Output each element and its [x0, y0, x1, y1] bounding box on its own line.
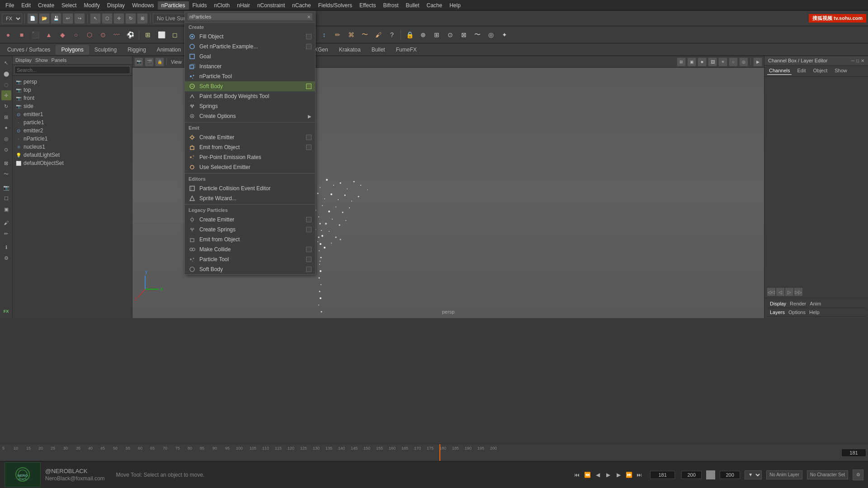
universal-manip-btn[interactable]: ✦ [1, 123, 11, 133]
torus-btn[interactable]: ○ [70, 28, 82, 41]
vp-xray-btn[interactable]: ◎ [739, 57, 748, 66]
scale-btn[interactable]: ⊞ [137, 13, 148, 24]
prism-btn[interactable]: ⬡ [83, 28, 96, 41]
scale-tool-btn[interactable]: ⊞ [1, 112, 11, 122]
open-file-btn[interactable]: 📂 [39, 13, 50, 24]
cb-tab-edit[interactable]: Edit [795, 67, 807, 75]
no-anim-layer[interactable]: No Anim Layer [766, 470, 802, 479]
wireframe-btn[interactable]: ▣ [1, 204, 11, 214]
paint-btn[interactable]: 🖌 [372, 28, 385, 41]
tree-item-top[interactable]: 📷 top [13, 86, 132, 94]
snap-to-grid-btn[interactable]: ⊠ [1, 158, 11, 168]
manip-btn[interactable]: ✦ [498, 28, 511, 41]
cb-nav-forward-btn[interactable]: ▷ [785, 288, 793, 296]
menu-nparticle-tool[interactable]: nParticle Tool [185, 71, 315, 81]
menu-help[interactable]: Help [446, 1, 464, 9]
settings-lt-btn[interactable]: ⚙ [1, 253, 11, 263]
menu-effects[interactable]: Effects [356, 1, 379, 9]
vp-view-label[interactable]: View [169, 59, 184, 65]
pb-next-frame-btn[interactable]: ▶ [614, 470, 623, 479]
particle-tool-checkbox[interactable] [306, 257, 311, 262]
xray-btn[interactable]: ☐ [1, 193, 11, 203]
cb-nav-right-btn[interactable]: ▷▷ [794, 288, 802, 296]
cb-sub-render[interactable]: Render [790, 301, 806, 306]
cylinder-btn[interactable]: ⬛ [29, 28, 42, 41]
menu-edit[interactable]: Edit [18, 1, 34, 9]
tab-krakatoa[interactable]: Krakatoa [334, 45, 366, 55]
soccer-btn[interactable]: ⚽ [124, 28, 137, 41]
cb-maximize-btn[interactable]: □ [856, 58, 859, 63]
menu-close-btn[interactable]: ✕ [305, 13, 312, 20]
ungroup-btn[interactable]: ◻ [169, 28, 181, 41]
scene-header-display[interactable]: Display [15, 57, 32, 63]
lattice-btn[interactable]: ⊞ [142, 28, 154, 41]
menu-windows[interactable]: Windows [128, 1, 158, 9]
cone-btn[interactable]: ▲ [42, 28, 55, 41]
scene-header-panels[interactable]: Panels [52, 57, 67, 63]
menu-paint-soft-body[interactable]: Paint Soft Body Weights Tool [185, 91, 315, 101]
redo-btn[interactable]: ↪ [74, 13, 85, 24]
vp-light-btn[interactable]: ☀ [718, 57, 727, 66]
cube-btn[interactable]: ■ [15, 28, 28, 41]
tree-item-persp[interactable]: 📷 persp [13, 78, 132, 86]
pb-prev-frame-btn[interactable]: ◀ [593, 470, 602, 479]
emit-from-object-checkbox[interactable] [306, 145, 311, 150]
camera-btn[interactable]: 📷 [1, 183, 11, 192]
cb-layer-layers[interactable]: Layers [770, 310, 785, 315]
tab-sculpting[interactable]: Sculpting [89, 45, 122, 55]
menu-create[interactable]: Create [34, 1, 58, 9]
scene-header-show[interactable]: Show [35, 57, 48, 63]
cb-tab-object[interactable]: Object [811, 67, 829, 75]
menu-particle-tool[interactable]: Particle Tool [185, 254, 315, 264]
menu-use-selected-emitter[interactable]: Use Selected Emitter [185, 162, 315, 172]
select-mode-btn[interactable]: ↖ [1, 58, 11, 68]
show-manip-btn[interactable]: ⊙ [1, 145, 11, 155]
menu-bifrost[interactable]: Bifrost [379, 1, 402, 9]
tree-item-nparticle1[interactable]: · nParticle1 [13, 135, 132, 143]
view-snap-btn[interactable]: ◎ [485, 28, 497, 41]
cb-layer-help[interactable]: Help [809, 310, 820, 315]
vp-film-btn[interactable]: 🎬 [145, 57, 154, 66]
menu-emit-from-object[interactable]: Emit from Object [185, 142, 315, 152]
new-file-btn[interactable]: 📄 [27, 13, 38, 24]
cb-tab-show[interactable]: Show [833, 67, 849, 75]
scene-search-input[interactable] [14, 66, 130, 74]
tab-polygons[interactable]: Polygons [56, 45, 89, 55]
tree-item-emitter1[interactable]: ⊙ emitter1 [13, 110, 132, 118]
menu-display[interactable]: Display [104, 1, 128, 9]
menu-fluids[interactable]: Fluids [189, 1, 211, 9]
smooth-btn[interactable]: ⌘ [345, 28, 358, 41]
tab-animation[interactable]: Animation [151, 45, 186, 55]
rotate-btn[interactable]: ↻ [125, 13, 136, 24]
pipe-btn[interactable]: ⊙ [97, 28, 109, 41]
menu-search-input[interactable] [188, 13, 305, 20]
menu-nconstraint[interactable]: nConstraint [254, 1, 288, 9]
info-btn[interactable]: ℹ [1, 242, 11, 252]
tab-rigging[interactable]: Rigging [122, 45, 151, 55]
menu-cache[interactable]: Cache [423, 1, 446, 9]
save-file-btn[interactable]: 💾 [51, 13, 61, 24]
workspace-dropdown[interactable]: FX [2, 14, 22, 23]
select-tool-btn[interactable]: ↖ [90, 13, 101, 24]
menu-create-emitter[interactable]: Create Emitter [185, 132, 315, 142]
grid-snap-btn[interactable]: ⊠ [458, 28, 470, 41]
legacy-soft-body-checkbox[interactable] [306, 267, 311, 272]
flip-btn[interactable]: ↕ [318, 28, 330, 41]
tree-item-default-object-set[interactable]: ⬜ defaultObjectSet [13, 159, 132, 167]
menu-file[interactable]: File [2, 1, 18, 9]
tree-item-emitter2[interactable]: ⊙ emitter2 [13, 127, 132, 135]
create-emitter-checkbox[interactable] [306, 135, 311, 140]
menu-soft-body[interactable]: Soft Body [185, 81, 315, 91]
vp-shadow-btn[interactable]: ○ [729, 57, 738, 66]
vp-solid-btn[interactable]: ■ [698, 57, 707, 66]
tab-fumefx[interactable]: FumeFX [391, 45, 422, 55]
menu-legacy-create-emitter[interactable]: Create Emitter [185, 215, 315, 225]
vp-texture-btn[interactable]: 🖼 [708, 57, 717, 66]
anim-layer-dropdown[interactable]: ▼ [745, 470, 762, 479]
menu-instancer[interactable]: Instancer [185, 61, 315, 71]
menu-ncache[interactable]: nCache [288, 1, 314, 9]
tree-item-nucleus1[interactable]: ⚛ nucleus1 [13, 143, 132, 151]
menu-fields-solvers[interactable]: Fields/Solvers [315, 1, 356, 9]
snap-to-curve-btn[interactable]: 〜 [1, 169, 11, 179]
vp-camera-btn[interactable]: 📷 [134, 57, 143, 66]
